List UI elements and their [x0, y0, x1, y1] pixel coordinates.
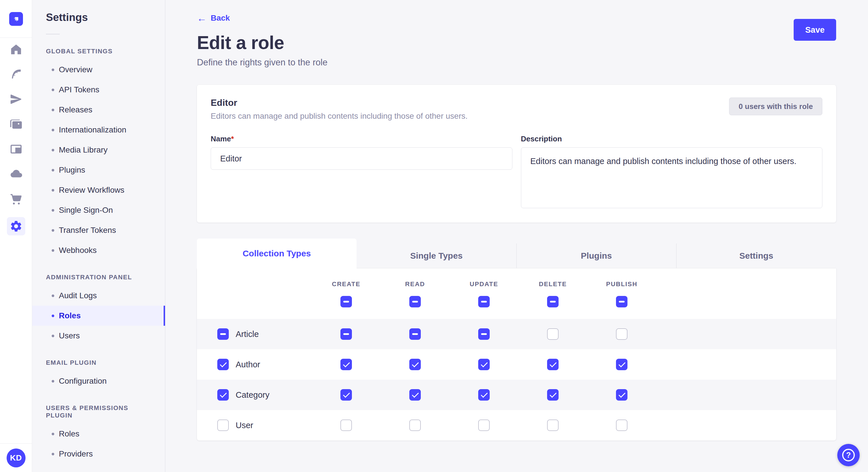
- tab-settings[interactable]: Settings: [676, 243, 836, 268]
- avatar[interactable]: KD: [7, 448, 26, 467]
- tab-collection-types[interactable]: Collection Types: [197, 239, 356, 268]
- icon-rail: KD: [0, 0, 32, 472]
- user-publish-checkbox[interactable]: [616, 419, 627, 431]
- article-delete-checkbox[interactable]: [547, 328, 559, 340]
- save-button[interactable]: Save: [794, 19, 836, 41]
- page-subtitle: Define the rights given to the role: [197, 57, 836, 68]
- category-row-checkbox[interactable]: [217, 389, 229, 401]
- paper-plane-icon[interactable]: [7, 92, 25, 106]
- home-icon[interactable]: [7, 42, 25, 56]
- section-administration-panel: ADMINISTRATION PANEL Audit Logs Roles Us…: [32, 274, 165, 346]
- select-all-read-checkbox[interactable]: [409, 296, 421, 307]
- cart-icon[interactable]: [7, 192, 25, 206]
- sidebar-item-label: Releases: [59, 105, 92, 114]
- page-title: Edit a role: [197, 32, 836, 53]
- sidebar-item-up-roles[interactable]: Roles: [32, 424, 165, 444]
- table-row-user: User: [197, 410, 836, 440]
- sidebar-item-users[interactable]: Users: [32, 326, 165, 346]
- tab-plugins[interactable]: Plugins: [516, 243, 676, 268]
- section-global-settings: GLOBAL SETTINGS Overview API Tokens Rele…: [32, 47, 165, 260]
- tab-single-types[interactable]: Single Types: [356, 243, 516, 268]
- sidebar-item-overview[interactable]: Overview: [32, 60, 165, 80]
- sidebar-item-label: API Tokens: [59, 85, 99, 94]
- sidebar-item-label: Audit Logs: [59, 291, 97, 300]
- sidebar-item-plugins[interactable]: Plugins: [32, 160, 165, 180]
- strapi-logo[interactable]: [9, 12, 23, 26]
- author-update-checkbox[interactable]: [478, 359, 490, 370]
- sidebar-item-api-tokens[interactable]: API Tokens: [32, 80, 165, 100]
- author-row-checkbox[interactable]: [217, 359, 229, 370]
- author-create-checkbox[interactable]: [340, 359, 352, 370]
- sidebar-title: Settings: [46, 11, 165, 24]
- sidebar-item-single-sign-on[interactable]: Single Sign-On: [32, 200, 165, 220]
- row-label: Category: [236, 390, 270, 400]
- sidebar-item-label: Roles: [59, 311, 81, 320]
- section-users-permissions-plugin: USERS & PERMISSIONS PLUGIN Roles Provide…: [32, 404, 165, 464]
- author-delete-checkbox[interactable]: [547, 359, 559, 370]
- description-label: Description: [521, 134, 823, 143]
- sidebar-item-label: Single Sign-On: [59, 206, 113, 215]
- column-headers: CREATE READ UPDATE DELETE PUBLISH: [197, 280, 836, 288]
- user-read-checkbox[interactable]: [409, 419, 421, 431]
- select-all-row: [197, 296, 836, 307]
- table-row-category: Category: [197, 380, 836, 410]
- help-button[interactable]: ?: [837, 444, 860, 466]
- author-publish-checkbox[interactable]: [616, 359, 627, 370]
- rail-icon-list: [0, 38, 32, 443]
- sidebar-item-configuration[interactable]: Configuration: [32, 371, 165, 391]
- back-arrow-icon: ←: [197, 13, 207, 23]
- author-read-checkbox[interactable]: [409, 359, 421, 370]
- sidebar-item-transfer-tokens[interactable]: Transfer Tokens: [32, 220, 165, 240]
- layout-icon[interactable]: [7, 142, 25, 156]
- sidebar-item-label: Media Library: [59, 145, 107, 155]
- cloud-icon[interactable]: [7, 167, 25, 181]
- sidebar-item-audit-logs[interactable]: Audit Logs: [32, 285, 165, 306]
- help-icon: ?: [842, 449, 855, 461]
- category-create-checkbox[interactable]: [340, 389, 352, 401]
- main-content: ← Back Edit a role Define the rights giv…: [165, 0, 868, 472]
- back-label: Back: [211, 13, 230, 23]
- role-description-text: Editors can manage and publish contents …: [211, 111, 468, 121]
- category-update-checkbox[interactable]: [478, 389, 490, 401]
- row-label: Article: [236, 330, 259, 339]
- sidebar-item-label: Roles: [59, 429, 80, 438]
- sidebar-item-review-workflows[interactable]: Review Workflows: [32, 180, 165, 200]
- bullet-icon: [52, 433, 54, 435]
- article-update-checkbox[interactable]: [478, 328, 490, 340]
- user-row-checkbox[interactable]: [217, 419, 229, 431]
- user-create-checkbox[interactable]: [340, 419, 352, 431]
- article-create-checkbox[interactable]: [340, 328, 352, 340]
- bullet-icon: [52, 129, 54, 131]
- bullet-icon: [52, 295, 54, 297]
- sidebar-item-internationalization[interactable]: Internationalization: [32, 120, 165, 140]
- article-read-checkbox[interactable]: [409, 328, 421, 340]
- description-textarea[interactable]: Editors can manage and publish contents …: [521, 147, 823, 208]
- sidebar-item-roles[interactable]: Roles: [32, 306, 165, 326]
- select-all-delete-checkbox[interactable]: [547, 296, 559, 307]
- category-delete-checkbox[interactable]: [547, 389, 559, 401]
- back-link[interactable]: ← Back: [197, 13, 230, 23]
- select-all-update-checkbox[interactable]: [478, 296, 490, 307]
- sidebar-item-label: Plugins: [59, 165, 85, 175]
- name-input[interactable]: [211, 147, 513, 170]
- category-read-checkbox[interactable]: [409, 389, 421, 401]
- users-with-role-badge[interactable]: 0 users with this role: [729, 98, 823, 115]
- user-delete-checkbox[interactable]: [547, 419, 559, 431]
- article-publish-checkbox[interactable]: [616, 328, 627, 340]
- sidebar-item-media-library[interactable]: Media Library: [32, 140, 165, 160]
- media-icon[interactable]: [7, 117, 25, 131]
- sidebar-item-providers[interactable]: Providers: [32, 444, 165, 464]
- select-all-publish-checkbox[interactable]: [616, 296, 627, 307]
- gear-icon[interactable]: [7, 217, 25, 235]
- row-label: Author: [236, 360, 260, 369]
- sidebar-item-releases[interactable]: Releases: [32, 100, 165, 120]
- article-row-checkbox[interactable]: [217, 328, 229, 340]
- bullet-icon: [52, 189, 54, 192]
- feather-icon[interactable]: [7, 67, 25, 81]
- bullet-icon: [52, 249, 54, 252]
- user-update-checkbox[interactable]: [478, 419, 490, 431]
- sidebar-item-webhooks[interactable]: Webhooks: [32, 240, 165, 260]
- category-publish-checkbox[interactable]: [616, 389, 627, 401]
- select-all-create-checkbox[interactable]: [340, 296, 352, 307]
- permissions-tabs: Collection Types Single Types Plugins Se…: [197, 239, 836, 268]
